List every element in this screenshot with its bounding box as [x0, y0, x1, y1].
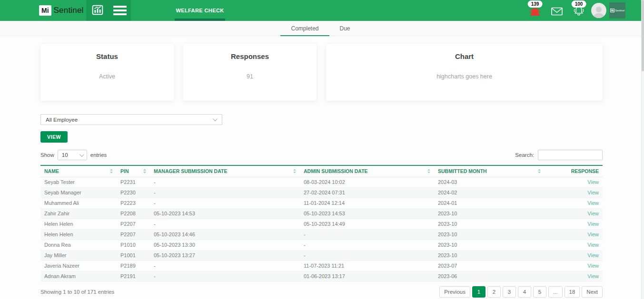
cell-manager-submission-date: 05-10-2023 13:30	[150, 240, 300, 250]
table-row: Helen Helen P2207 05-10-2023 14:46 - 202…	[40, 229, 603, 240]
avatar[interactable]	[591, 3, 606, 18]
page-title: WELFARE CHECK	[175, 0, 225, 21]
cell-manager-submission-date: 05-10-2023 13:27	[150, 250, 300, 260]
page-ellipsis-button[interactable]: ...	[548, 286, 563, 298]
cell-manager-submission-date: -	[150, 177, 300, 187]
view-response-link[interactable]: View	[587, 211, 599, 216]
menu-button[interactable]	[109, 0, 131, 21]
cell-response: View	[545, 229, 603, 240]
cell-response: View	[545, 219, 603, 229]
responses-card-value: 91	[183, 73, 317, 80]
search-label: Search:	[515, 152, 534, 158]
page-button-2[interactable]: 2	[487, 286, 501, 298]
navbar-actions: 139	[525, 0, 625, 21]
brand-logo[interactable]: Mi Sentinel	[39, 0, 84, 21]
cell-submitted-month: 2023-10	[434, 208, 545, 219]
table-row: Donna Rea P1010 05-10-2023 13:30 - 2023-…	[40, 240, 603, 250]
view-response-link[interactable]: View	[587, 179, 599, 185]
page-size-select[interactable]: 10	[58, 150, 87, 160]
scrollbar-thumb[interactable]	[642, 0, 644, 71]
cell-name: Helen Helen	[40, 229, 117, 240]
view-response-link[interactable]: View	[587, 231, 599, 237]
view-response-link[interactable]: View	[587, 200, 599, 206]
cell-admin-submission-date: 11-01-2024 12:14	[300, 198, 434, 208]
view-response-link[interactable]: View	[587, 221, 599, 227]
page-button-5[interactable]: 5	[533, 286, 546, 298]
table-header: NAME PIN MANAGER SUBMISSION DATE ADMIN S…	[40, 165, 603, 177]
cell-submitted-month: 2024-03	[434, 177, 545, 187]
chevron-down-icon	[213, 116, 218, 121]
cell-pin: P2208	[117, 208, 150, 219]
cell-manager-submission-date: -	[150, 271, 300, 281]
cell-response: View	[545, 240, 603, 250]
tab-due[interactable]: Due	[329, 21, 361, 36]
cell-name: Zahir Zahir	[40, 208, 117, 219]
alarm-icon	[528, 6, 542, 19]
cell-manager-submission-date: -	[150, 198, 300, 208]
mail-icon	[550, 6, 564, 19]
cell-submitted-month: 2024-02	[434, 187, 545, 198]
column-header-name[interactable]: NAME	[40, 165, 117, 177]
column-header-submitted-month[interactable]: SUBMITTED MONTH	[434, 165, 545, 177]
cell-name: Seyab Manager	[40, 187, 117, 198]
cell-admin-submission-date: 27-02-2024 07:31	[300, 187, 434, 198]
column-header-response: RESPONSE	[545, 165, 603, 177]
cell-pin: P2230	[117, 187, 150, 198]
view-response-link[interactable]: View	[587, 263, 599, 269]
view-response-link[interactable]: View	[587, 252, 599, 258]
employee-filter-select[interactable]: All Employee	[40, 114, 222, 125]
cell-name: Adnan Akram	[40, 271, 117, 281]
cell-pin: P2207	[117, 229, 150, 240]
column-header-manager-submission-date[interactable]: MANAGER SUBMISSION DATE	[150, 165, 300, 177]
next-page-button[interactable]: Next	[582, 286, 603, 298]
dashboard-nav-button[interactable]	[86, 0, 109, 21]
page-size-value: 10	[62, 152, 68, 158]
responses-card: Responses 91	[183, 44, 317, 101]
cell-manager-submission-date: 05-10-2023 14:53	[150, 208, 300, 219]
cell-admin-submission-date: 05-10-2023 14:53	[300, 208, 434, 219]
page-button-4[interactable]: 4	[518, 286, 531, 298]
cell-pin: P1010	[117, 240, 150, 250]
chevron-down-icon	[79, 152, 84, 157]
view-button[interactable]: VIEW	[40, 131, 68, 143]
cell-pin: P2231	[117, 177, 150, 187]
filter-row: All Employee	[40, 114, 603, 125]
page-button-18[interactable]: 18	[565, 286, 580, 298]
view-response-link[interactable]: View	[587, 190, 599, 195]
column-header-admin-submission-date[interactable]: ADMIN SUBMISSION DATE	[300, 165, 434, 177]
notifications-button[interactable]: 100	[569, 0, 588, 21]
alerts-button[interactable]: 139	[525, 0, 545, 21]
main-content: Status Active Responses 91 Chart highcha…	[40, 36, 603, 298]
table-row: Jay Miller P1001 05-10-2023 13:27 - 2023…	[40, 250, 603, 260]
cell-pin: P1001	[117, 250, 150, 260]
notifications-count-badge: 100	[572, 0, 586, 8]
page-size-group: Show 10 entries	[40, 150, 107, 160]
brand-mark: Mi Sentinel	[609, 2, 625, 19]
table-body: Seyab Tester P2231 - 08-03-2024 10:02 20…	[40, 177, 603, 281]
table-row: Zahir Zahir P2208 05-10-2023 14:53 05-10…	[40, 208, 603, 219]
cell-pin: P2207	[117, 219, 150, 229]
search-input[interactable]	[538, 150, 603, 160]
table-footer: Showing 1 to 10 of 171 entries Previous …	[40, 286, 603, 298]
cell-pin: P2191	[117, 271, 150, 281]
cell-manager-submission-date: -	[150, 187, 300, 198]
cell-admin-submission-date: -	[300, 229, 434, 240]
tab-bar: Completed Due	[0, 21, 641, 36]
employee-filter-value: All Employee	[46, 117, 78, 123]
cell-response: View	[545, 177, 603, 187]
cell-name: Muhammed Ali	[40, 198, 117, 208]
previous-page-button[interactable]: Previous	[439, 286, 470, 298]
brand-name: Sentinel	[54, 6, 84, 15]
cell-submitted-month: 2023-06	[434, 271, 545, 281]
status-card: Status Active	[40, 44, 174, 101]
tab-completed[interactable]: Completed	[280, 21, 329, 36]
view-response-link[interactable]: View	[587, 242, 599, 248]
page-button-3[interactable]: 3	[503, 286, 516, 298]
status-card-value: Active	[40, 73, 174, 80]
page-button-1[interactable]: 1	[472, 286, 485, 298]
cell-name: Helen Helen	[40, 219, 117, 229]
view-response-link[interactable]: View	[587, 273, 599, 279]
column-header-pin[interactable]: PIN	[117, 165, 150, 177]
cell-pin: P2223	[117, 198, 150, 208]
messages-button[interactable]	[547, 0, 566, 21]
